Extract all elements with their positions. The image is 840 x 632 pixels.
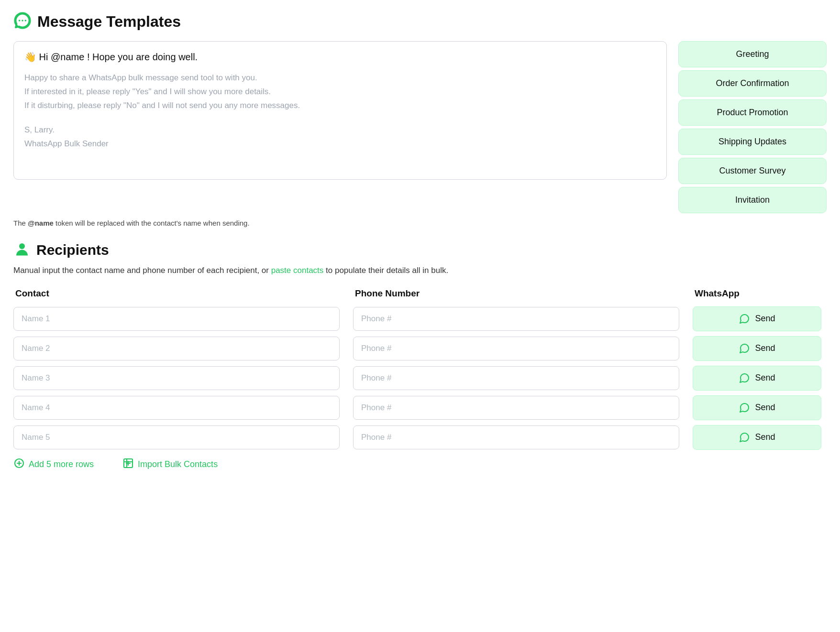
template-btn-order-confirmation[interactable]: Order Confirmation	[678, 70, 827, 97]
template-btn-greeting[interactable]: Greeting	[678, 41, 827, 67]
phone-input-1[interactable]	[353, 307, 679, 331]
send-button-3[interactable]: Send	[693, 366, 821, 391]
contact-cell-1	[13, 307, 353, 331]
contact-input-3[interactable]	[13, 366, 340, 390]
import-contacts-link[interactable]: Import Bulk Contacts	[122, 458, 218, 471]
template-btn-invitation[interactable]: Invitation	[678, 187, 827, 213]
contact-input-2[interactable]	[13, 337, 340, 360]
message-body-line1: Happy to share a WhatsApp bulk message s…	[24, 71, 656, 85]
phone-cell-3	[353, 366, 693, 390]
send-label-4: Send	[755, 403, 775, 413]
phone-cell-2	[353, 337, 693, 360]
phone-input-5[interactable]	[353, 425, 679, 449]
table-row: Send	[13, 425, 827, 450]
template-btn-customer-survey[interactable]: Customer Survey	[678, 158, 827, 184]
contact-cell-2	[13, 337, 353, 360]
send-button-5[interactable]: Send	[693, 425, 821, 450]
message-body-line2: If interested in it, please reply "Yes" …	[24, 85, 656, 99]
main-layout: 👋 Hi @name ! Hope you are doing well. Ha…	[13, 41, 827, 213]
phone-cell-1	[353, 307, 693, 331]
contact-input-5[interactable]	[13, 425, 340, 449]
send-cell-4: Send	[693, 395, 827, 420]
recipients-table: Contact Phone Number WhatsApp Send	[13, 288, 827, 450]
message-greeting: 👋 Hi @name ! Hope you are doing well.	[24, 51, 656, 63]
whatsapp-icon-5	[739, 432, 750, 443]
whatsapp-icon-4	[739, 402, 750, 414]
message-body-line3: If it disturbing, please reply "No" and …	[24, 99, 656, 113]
contact-cell-3	[13, 366, 353, 390]
recipients-description: Manual input the contact name and phone …	[13, 264, 827, 277]
col-contact-header: Contact	[13, 288, 353, 303]
send-label-5: Send	[755, 432, 775, 442]
signature-line2: WhatsApp Bulk Sender	[24, 137, 656, 151]
col-whatsapp-header: WhatsApp	[693, 288, 827, 303]
template-btn-shipping-updates[interactable]: Shipping Updates	[678, 129, 827, 155]
message-signature: S, Larry. WhatsApp Bulk Sender	[24, 123, 656, 151]
message-body: Happy to share a WhatsApp bulk message s…	[24, 71, 656, 113]
send-button-2[interactable]: Send	[693, 336, 821, 361]
contact-cell-4	[13, 396, 353, 420]
phone-input-4[interactable]	[353, 396, 679, 420]
send-label-1: Send	[755, 314, 775, 324]
recipients-section-header: Recipients	[13, 240, 827, 260]
paste-contacts-link[interactable]: paste contacts	[271, 266, 324, 275]
phone-input-3[interactable]	[353, 366, 679, 390]
phone-cell-4	[353, 396, 693, 420]
send-button-1[interactable]: Send	[693, 306, 821, 331]
contact-cell-5	[13, 425, 353, 449]
send-label-2: Send	[755, 343, 775, 353]
page-header: Message Templates	[13, 11, 827, 32]
send-button-4[interactable]: Send	[693, 395, 821, 420]
send-cell-2: Send	[693, 336, 827, 361]
import-icon	[122, 458, 134, 471]
message-icon	[13, 11, 32, 32]
contact-input-4[interactable]	[13, 396, 340, 420]
table-row: Send	[13, 336, 827, 361]
table-actions: Add 5 more rows Import Bulk Contacts	[13, 458, 827, 471]
page-title: Message Templates	[37, 13, 181, 31]
send-cell-1: Send	[693, 306, 827, 331]
svg-point-1	[19, 243, 25, 249]
phone-cell-5	[353, 425, 693, 449]
whatsapp-icon-2	[739, 343, 750, 354]
table-row: Send	[13, 306, 827, 331]
signature-line1: S, Larry.	[24, 123, 656, 137]
whatsapp-icon-3	[739, 372, 750, 384]
table-header: Contact Phone Number WhatsApp	[13, 288, 827, 303]
template-buttons-panel: GreetingOrder ConfirmationProduct Promot…	[678, 41, 827, 213]
import-label: Import Bulk Contacts	[138, 459, 218, 469]
contact-input-1[interactable]	[13, 307, 340, 331]
send-label-3: Send	[755, 373, 775, 383]
col-phone-header: Phone Number	[353, 288, 693, 303]
recipients-title: Recipients	[36, 242, 109, 258]
desc-suffix: to populate their details all in bulk.	[323, 266, 448, 275]
send-cell-3: Send	[693, 366, 827, 391]
recipients-icon	[13, 240, 31, 260]
table-row: Send	[13, 395, 827, 420]
send-cell-5: Send	[693, 425, 827, 450]
token-hint: The @name token will be replaced with th…	[13, 219, 827, 227]
message-editor[interactable]: 👋 Hi @name ! Hope you are doing well. Ha…	[13, 41, 667, 180]
add-rows-label: Add 5 more rows	[29, 459, 94, 469]
table-rows-container: Send Send	[13, 306, 827, 450]
template-btn-product-promotion[interactable]: Product Promotion	[678, 99, 827, 126]
table-row: Send	[13, 366, 827, 391]
add-rows-icon	[13, 458, 25, 471]
whatsapp-icon-1	[739, 313, 750, 325]
phone-input-2[interactable]	[353, 337, 679, 360]
desc-prefix: Manual input the contact name and phone …	[13, 266, 271, 275]
add-rows-link[interactable]: Add 5 more rows	[13, 458, 94, 471]
